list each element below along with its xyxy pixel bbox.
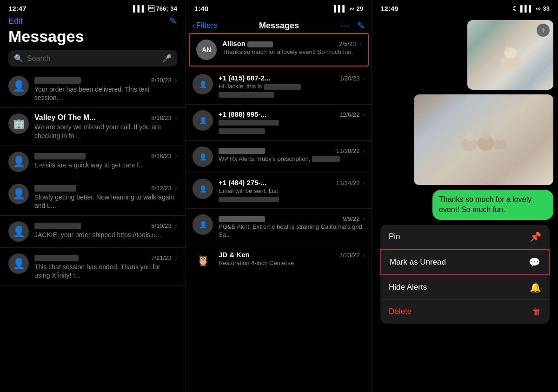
bubble-container: Thanks so much for a lovely event! So mu…: [377, 190, 553, 220]
msg-date: 9/9/22 ›: [343, 215, 365, 222]
search-bar[interactable]: 🔍 Search 🎤: [8, 50, 177, 66]
avatar: 🏢: [8, 113, 29, 134]
msg-top-row: 7/21/23 ›: [34, 253, 177, 262]
status-icons-3: ☾ ▌▌▌ ∾ 33: [512, 5, 550, 12]
list-item[interactable]: AN Allison 2/5/23 › Thanks so much for a…: [189, 33, 369, 66]
mic-icon: 🎤: [162, 54, 172, 63]
msg-date: 11/28/22 ›: [336, 147, 365, 154]
dogs-photo: [414, 94, 553, 185]
msg-top-row: 11/28/22 ›: [219, 146, 365, 154]
msg-preview: PG&E Alert: Extreme heat is straining Ca…: [219, 223, 365, 239]
p1-title: Messages: [8, 27, 177, 46]
msg-content: 8/20/23 › Your order has been delivered.…: [34, 76, 177, 102]
msg-date: 7/21/23 ›: [151, 254, 177, 261]
list-item[interactable]: 👤 8/20/23 › Your order has been delivere…: [0, 70, 186, 108]
msg-preview: Restoration 4-inch Centerse: [219, 259, 365, 267]
pin-menu-item[interactable]: Pin 📌: [380, 225, 550, 249]
compose-icon-2[interactable]: ✎: [357, 20, 365, 31]
msg-preview: JACKIE, your order shipped https://tools…: [34, 231, 177, 239]
delete-menu-item[interactable]: Delete 🗑: [380, 300, 550, 324]
svg-point-4: [465, 132, 474, 141]
msg-content: +1 (484) 275-... 11/24/22 › Email will b…: [219, 179, 365, 203]
msg-preview: Hi Jackie, this is: [219, 83, 365, 99]
msg-date: 2/5/23 ›: [339, 40, 361, 47]
time-1: 12:47: [8, 5, 26, 13]
avatar: 👤: [8, 152, 29, 172]
svg-point-8: [496, 133, 504, 141]
msg-date: 8/12/23 ›: [151, 184, 177, 192]
panel-1: 12:47 ▌▌▌  766; 34 Edit ✎ Messages 🔍 Se…: [0, 0, 186, 392]
msg-content: 8/12/23 › Slowly getting better. Now lea…: [34, 184, 177, 210]
more-options-icon[interactable]: ⋯: [340, 20, 350, 31]
avatar: 👤: [193, 110, 213, 131]
msg-preview: We are sorry we missed your call. If you…: [34, 123, 177, 140]
msg-name: [34, 152, 86, 160]
list-item[interactable]: 👤 8/12/23 › Slowly getting better. Now l…: [0, 178, 186, 216]
p2-title: Messages: [259, 21, 299, 31]
list-item[interactable]: 👤 8/16/23 › E-visits are a quick way to …: [0, 146, 186, 178]
wifi-icon-2: ∾: [349, 5, 354, 12]
msg-preview: Your order has been delivered. This text…: [34, 85, 177, 102]
mark-unread-menu-item[interactable]: Mark as Unread 💬: [380, 249, 550, 275]
svg-point-2: [505, 46, 509, 53]
list-item[interactable]: 👤 8/10/23 › JACKIE, your order shipped h…: [0, 216, 186, 248]
msg-top-row: +1 (888) 995-... 12/6/22 ›: [219, 110, 365, 118]
msg-date: 12/6/22 ›: [339, 111, 365, 118]
mark-unread-icon: 💬: [529, 257, 540, 268]
msg-content: JD & Ken 7/23/22 › Restoration 4-inch Ce…: [219, 251, 365, 267]
signal-icon-1: ▌▌▌: [133, 5, 146, 12]
msg-preview: [219, 119, 365, 135]
msg-name: [34, 221, 81, 230]
battery-3: 33: [543, 5, 550, 12]
chat-view: ⬆ Thanks so much for a lovely event! So …: [372, 15, 558, 392]
list-item[interactable]: 🦉 JD & Ken 7/23/22 › Restoration 4-inch …: [186, 245, 372, 277]
list-item[interactable]: 👤 +1 (415) 687-2... 1/20/23 › Hi Jackie,…: [186, 68, 372, 105]
trash-icon: 🗑: [532, 306, 541, 317]
list-item[interactable]: 👤 +1 (484) 275-... 11/24/22 › Email will…: [186, 173, 372, 209]
bell-off-icon: 🔔: [530, 282, 541, 293]
svg-point-6: [481, 130, 491, 140]
msg-name: Allison: [222, 40, 273, 47]
msg-preview: WP Rx Alerts: Ruby's prescription,: [219, 155, 365, 163]
msg-top-row: Allison 2/5/23 ›: [222, 40, 361, 47]
status-bar-3: 12:49 ☾ ▌▌▌ ∾ 33: [372, 0, 558, 15]
mark-unread-label: Mark as Unread: [390, 258, 446, 267]
edit-button[interactable]: Edit: [8, 16, 23, 26]
time-3: 12:49: [380, 5, 398, 13]
msg-name: [219, 214, 265, 222]
avatar: 👤: [8, 253, 29, 274]
pin-label: Pin: [389, 232, 400, 241]
pin-icon: 📌: [530, 231, 541, 242]
signal-icon-3: ▌▌▌: [520, 5, 533, 12]
msg-preview: This chat session has ended. Thank you f…: [34, 263, 177, 279]
avatar: 👤: [8, 76, 29, 96]
image-row-2: [377, 94, 553, 185]
moon-icon: ☾: [512, 5, 518, 12]
battery-2: 29: [357, 5, 363, 12]
p1-header: Edit ✎ Messages 🔍 Search 🎤: [0, 15, 186, 70]
chevron-left-icon: ‹: [193, 21, 195, 30]
msg-date: 11/24/22 ›: [336, 179, 365, 186]
compose-icon[interactable]: ✎: [169, 15, 177, 27]
avatar-an: AN: [196, 40, 217, 60]
search-icon: 🔍: [14, 54, 23, 63]
list-item[interactable]: 🏢 Valley Of The M... 8/18/23 › We are so…: [0, 108, 186, 146]
share-button[interactable]: ⬆: [537, 24, 550, 37]
hide-alerts-menu-item[interactable]: Hide Alerts 🔔: [380, 275, 550, 300]
msg-content: 7/21/23 › This chat session has ended. T…: [34, 253, 177, 279]
hide-alerts-label: Hide Alerts: [389, 283, 427, 292]
status-bar-1: 12:47 ▌▌▌  766; 34: [0, 0, 186, 15]
panel-2: 1:40 ▌▌▌ ∾ 29 ‹ Filters Messages ⋯ ✎ AN …: [186, 0, 372, 392]
back-button[interactable]: ‹ Filters: [193, 21, 218, 30]
list-item[interactable]: 👤 9/9/22 › PG&E Alert: Extreme heat is s…: [186, 209, 372, 245]
msg-date: 8/10/23 ›: [151, 222, 177, 229]
list-item[interactable]: 👤 7/21/23 › This chat session has ended.…: [0, 248, 186, 286]
list-item[interactable]: 👤 +1 (888) 995-... 12/6/22 ›: [186, 105, 372, 141]
msg-preview: Email will be sent. List: [219, 187, 365, 203]
avatar: 👤: [8, 184, 29, 204]
avatar-owl: 🦉: [193, 251, 213, 271]
list-item[interactable]: 👤 11/28/22 › WP Rx Alerts: Ruby's prescr…: [186, 141, 372, 173]
msg-name: [34, 76, 81, 84]
panel-3: 12:49 ☾ ▌▌▌ ∾ 33 ⬆: [372, 0, 558, 392]
msg-top-row: +1 (484) 275-... 11/24/22 ›: [219, 179, 365, 186]
